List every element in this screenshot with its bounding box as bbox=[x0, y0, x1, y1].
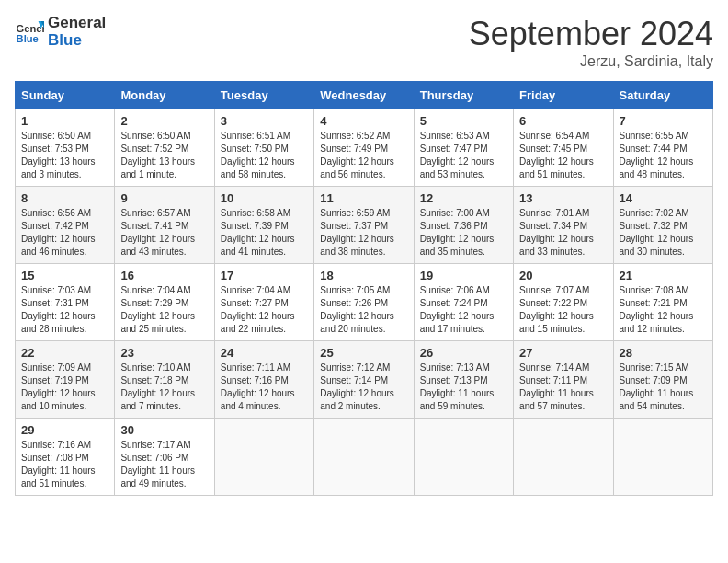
day-number: 25 bbox=[320, 346, 407, 360]
day-number: 16 bbox=[120, 269, 208, 282]
day-info: Sunrise: 7:17 AM Sunset: 7:06 PM Dayligh… bbox=[120, 439, 208, 490]
calendar-cell: 1Sunrise: 6:50 AM Sunset: 7:53 PM Daylig… bbox=[16, 109, 115, 187]
day-number: 26 bbox=[420, 346, 507, 360]
weekday-header-thursday: Thursday bbox=[414, 82, 513, 109]
day-info: Sunrise: 7:13 AM Sunset: 7:13 PM Dayligh… bbox=[420, 362, 507, 413]
calendar-cell: 10Sunrise: 6:58 AM Sunset: 7:39 PM Dayli… bbox=[214, 187, 313, 264]
day-number: 5 bbox=[420, 114, 507, 128]
logo-icon: General Blue bbox=[15, 17, 44, 47]
calendar-cell bbox=[214, 419, 313, 496]
calendar-cell: 27Sunrise: 7:14 AM Sunset: 7:11 PM Dayli… bbox=[514, 341, 613, 419]
day-info: Sunrise: 7:04 AM Sunset: 7:27 PM Dayligh… bbox=[221, 284, 308, 336]
day-number: 23 bbox=[120, 346, 208, 360]
logo-general: General bbox=[48, 15, 106, 32]
day-info: Sunrise: 7:06 AM Sunset: 7:24 PM Dayligh… bbox=[420, 284, 507, 336]
logo: General Blue General Blue bbox=[15, 15, 106, 49]
day-number: 10 bbox=[221, 191, 308, 205]
day-info: Sunrise: 6:56 AM Sunset: 7:42 PM Dayligh… bbox=[21, 207, 108, 259]
day-number: 13 bbox=[519, 191, 607, 205]
calendar-cell: 14Sunrise: 7:02 AM Sunset: 7:32 PM Dayli… bbox=[613, 187, 712, 264]
calendar-cell bbox=[514, 419, 613, 496]
calendar-cell: 2Sunrise: 6:50 AM Sunset: 7:52 PM Daylig… bbox=[115, 109, 214, 187]
day-number: 2 bbox=[120, 114, 208, 128]
day-info: Sunrise: 6:57 AM Sunset: 7:41 PM Dayligh… bbox=[120, 207, 208, 259]
day-info: Sunrise: 7:01 AM Sunset: 7:34 PM Dayligh… bbox=[519, 207, 607, 259]
weekday-header-saturday: Saturday bbox=[613, 82, 712, 109]
day-number: 18 bbox=[320, 269, 407, 282]
weekday-header-monday: Monday bbox=[115, 82, 214, 109]
day-number: 27 bbox=[519, 346, 607, 360]
day-number: 8 bbox=[21, 191, 108, 205]
calendar-cell: 17Sunrise: 7:04 AM Sunset: 7:27 PM Dayli… bbox=[214, 264, 313, 341]
day-number: 3 bbox=[221, 114, 308, 128]
day-info: Sunrise: 7:00 AM Sunset: 7:36 PM Dayligh… bbox=[420, 207, 507, 259]
day-number: 30 bbox=[120, 423, 208, 437]
day-info: Sunrise: 7:09 AM Sunset: 7:19 PM Dayligh… bbox=[21, 362, 108, 413]
calendar-cell: 11Sunrise: 6:59 AM Sunset: 7:37 PM Dayli… bbox=[314, 187, 414, 264]
day-number: 24 bbox=[221, 346, 308, 360]
day-info: Sunrise: 7:16 AM Sunset: 7:08 PM Dayligh… bbox=[21, 439, 108, 490]
day-info: Sunrise: 7:15 AM Sunset: 7:09 PM Dayligh… bbox=[620, 362, 707, 413]
day-number: 6 bbox=[519, 114, 607, 128]
day-info: Sunrise: 7:11 AM Sunset: 7:16 PM Dayligh… bbox=[221, 362, 308, 413]
calendar-cell: 8Sunrise: 6:56 AM Sunset: 7:42 PM Daylig… bbox=[16, 187, 115, 264]
day-number: 12 bbox=[420, 191, 507, 205]
day-info: Sunrise: 6:58 AM Sunset: 7:39 PM Dayligh… bbox=[221, 207, 308, 259]
calendar-cell: 22Sunrise: 7:09 AM Sunset: 7:19 PM Dayli… bbox=[16, 341, 115, 419]
day-info: Sunrise: 6:50 AM Sunset: 7:52 PM Dayligh… bbox=[120, 130, 208, 181]
calendar-cell: 9Sunrise: 6:57 AM Sunset: 7:41 PM Daylig… bbox=[115, 187, 214, 264]
day-number: 28 bbox=[620, 346, 707, 360]
day-info: Sunrise: 6:53 AM Sunset: 7:47 PM Dayligh… bbox=[420, 130, 507, 181]
calendar-week-row: 1Sunrise: 6:50 AM Sunset: 7:53 PM Daylig… bbox=[16, 109, 713, 187]
calendar-week-row: 8Sunrise: 6:56 AM Sunset: 7:42 PM Daylig… bbox=[16, 187, 713, 264]
page-header: General Blue General Blue September 2024… bbox=[15, 15, 713, 70]
calendar-cell: 12Sunrise: 7:00 AM Sunset: 7:36 PM Dayli… bbox=[414, 187, 513, 264]
day-info: Sunrise: 7:05 AM Sunset: 7:26 PM Dayligh… bbox=[320, 284, 407, 336]
weekday-header-row: SundayMondayTuesdayWednesdayThursdayFrid… bbox=[16, 82, 713, 109]
day-number: 4 bbox=[320, 114, 407, 128]
day-info: Sunrise: 7:03 AM Sunset: 7:31 PM Dayligh… bbox=[21, 284, 108, 336]
day-number: 14 bbox=[620, 191, 707, 205]
calendar-cell: 30Sunrise: 7:17 AM Sunset: 7:06 PM Dayli… bbox=[115, 419, 214, 496]
day-info: Sunrise: 7:02 AM Sunset: 7:32 PM Dayligh… bbox=[620, 207, 707, 259]
calendar-cell: 6Sunrise: 6:54 AM Sunset: 7:45 PM Daylig… bbox=[514, 109, 613, 187]
day-info: Sunrise: 6:54 AM Sunset: 7:45 PM Dayligh… bbox=[519, 130, 607, 181]
calendar-cell: 15Sunrise: 7:03 AM Sunset: 7:31 PM Dayli… bbox=[16, 264, 115, 341]
day-info: Sunrise: 7:14 AM Sunset: 7:11 PM Dayligh… bbox=[519, 362, 607, 413]
calendar-cell: 16Sunrise: 7:04 AM Sunset: 7:29 PM Dayli… bbox=[115, 264, 214, 341]
calendar-cell bbox=[414, 419, 513, 496]
calendar-cell: 5Sunrise: 6:53 AM Sunset: 7:47 PM Daylig… bbox=[414, 109, 513, 187]
calendar-cell: 21Sunrise: 7:08 AM Sunset: 7:21 PM Dayli… bbox=[613, 264, 712, 341]
day-info: Sunrise: 6:55 AM Sunset: 7:44 PM Dayligh… bbox=[620, 130, 707, 181]
weekday-header-sunday: Sunday bbox=[16, 82, 115, 109]
calendar-cell: 7Sunrise: 6:55 AM Sunset: 7:44 PM Daylig… bbox=[613, 109, 712, 187]
day-info: Sunrise: 7:07 AM Sunset: 7:22 PM Dayligh… bbox=[519, 284, 607, 336]
title-section: September 2024 Jerzu, Sardinia, Italy bbox=[469, 15, 713, 70]
svg-text:Blue: Blue bbox=[17, 33, 39, 44]
weekday-header-wednesday: Wednesday bbox=[314, 82, 414, 109]
weekday-header-tuesday: Tuesday bbox=[214, 82, 313, 109]
day-number: 21 bbox=[620, 269, 707, 282]
calendar-cell: 29Sunrise: 7:16 AM Sunset: 7:08 PM Dayli… bbox=[16, 419, 115, 496]
calendar-cell: 28Sunrise: 7:15 AM Sunset: 7:09 PM Dayli… bbox=[613, 341, 712, 419]
day-number: 20 bbox=[519, 269, 607, 282]
calendar-cell: 13Sunrise: 7:01 AM Sunset: 7:34 PM Dayli… bbox=[514, 187, 613, 264]
calendar-cell: 25Sunrise: 7:12 AM Sunset: 7:14 PM Dayli… bbox=[314, 341, 414, 419]
day-info: Sunrise: 6:52 AM Sunset: 7:49 PM Dayligh… bbox=[320, 130, 407, 181]
calendar-cell: 24Sunrise: 7:11 AM Sunset: 7:16 PM Dayli… bbox=[214, 341, 313, 419]
day-number: 22 bbox=[21, 346, 108, 360]
day-number: 19 bbox=[420, 269, 507, 282]
calendar-cell: 18Sunrise: 7:05 AM Sunset: 7:26 PM Dayli… bbox=[314, 264, 414, 341]
day-number: 17 bbox=[221, 269, 308, 282]
calendar-cell bbox=[314, 419, 414, 496]
calendar-week-row: 15Sunrise: 7:03 AM Sunset: 7:31 PM Dayli… bbox=[16, 264, 713, 341]
day-info: Sunrise: 7:04 AM Sunset: 7:29 PM Dayligh… bbox=[120, 284, 208, 336]
day-number: 11 bbox=[320, 191, 407, 205]
day-number: 15 bbox=[21, 269, 108, 282]
calendar-week-row: 22Sunrise: 7:09 AM Sunset: 7:19 PM Dayli… bbox=[16, 341, 713, 419]
day-info: Sunrise: 7:10 AM Sunset: 7:18 PM Dayligh… bbox=[120, 362, 208, 413]
day-number: 9 bbox=[120, 191, 208, 205]
day-info: Sunrise: 6:59 AM Sunset: 7:37 PM Dayligh… bbox=[320, 207, 407, 259]
calendar-cell: 26Sunrise: 7:13 AM Sunset: 7:13 PM Dayli… bbox=[414, 341, 513, 419]
calendar-cell: 20Sunrise: 7:07 AM Sunset: 7:22 PM Dayli… bbox=[514, 264, 613, 341]
